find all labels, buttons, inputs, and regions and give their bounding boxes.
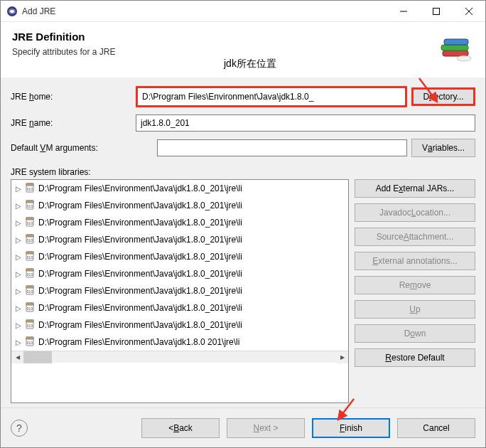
- header-subtitle: Specify attributes for a JRE: [12, 47, 474, 57]
- tree-item-path: D:\Program Files\Environment\Java\jdk1.8…: [38, 337, 239, 347]
- scroll-right-arrow[interactable]: ▶: [336, 351, 348, 363]
- scroll-track[interactable]: [23, 351, 336, 363]
- down-button[interactable]: Down: [355, 324, 475, 343]
- svg-text:010: 010: [27, 255, 33, 260]
- javadoc-location-button[interactable]: Javadoc Location...: [355, 203, 475, 222]
- horizontal-scrollbar[interactable]: ◀ ▶: [11, 351, 348, 363]
- jar-icon: 010: [24, 233, 36, 247]
- tree-item[interactable]: ▷010D:\Program Files\Environment\Java\jd…: [11, 282, 348, 299]
- directory-button[interactable]: Directory...: [411, 87, 475, 106]
- tree-item-path: D:\Program Files\Environment\Java\jdk1.8…: [38, 269, 242, 279]
- close-button[interactable]: [453, 1, 485, 22]
- svg-point-10: [457, 55, 471, 61]
- tree-item[interactable]: ▷010D:\Program Files\Environment\Java\jd…: [11, 316, 348, 334]
- libraries-tree[interactable]: ▷010D:\Program Files\Environment\Java\jd…: [11, 179, 349, 403]
- svg-text:010: 010: [27, 341, 33, 345]
- tree-item[interactable]: ▷010D:\Program Files\Environment\Java\jd…: [11, 265, 348, 282]
- svg-rect-27: [26, 269, 33, 271]
- minimize-button[interactable]: [387, 1, 420, 22]
- svg-rect-15: [26, 201, 33, 203]
- expand-icon[interactable]: ▷: [14, 236, 23, 244]
- library-buttons: Add External JARs... Javadoc Location...…: [355, 179, 475, 403]
- expand-icon[interactable]: ▷: [14, 338, 23, 346]
- tree-item[interactable]: ▷010D:\Program Files\Environment\Java\jd…: [11, 231, 348, 248]
- svg-text:010: 010: [27, 289, 33, 294]
- up-button[interactable]: Up: [355, 300, 475, 319]
- tree-item[interactable]: ▷010D:\Program Files\Environment\Java\jd…: [11, 214, 348, 231]
- tree-item-path: D:\Program Files\Environment\Java\jdk1.8…: [38, 252, 242, 262]
- vm-args-row: Default VM arguments: Variables...: [11, 139, 475, 157]
- scroll-left-arrow[interactable]: ◀: [11, 351, 23, 363]
- tree-item[interactable]: ▷010D:\Program Files\Environment\Java\jd…: [11, 197, 348, 214]
- next-button[interactable]: Next >: [227, 418, 305, 438]
- jre-home-input[interactable]: [136, 86, 407, 107]
- scroll-thumb[interactable]: [23, 351, 52, 363]
- dialog-content: JRE home: Directory... JRE name: Default…: [1, 78, 485, 407]
- jre-name-input[interactable]: [136, 114, 475, 132]
- jar-icon: 010: [24, 216, 36, 230]
- back-button[interactable]: < Back: [141, 418, 220, 438]
- dialog-header: JRE Definition Specify attributes for a …: [1, 22, 485, 78]
- tree-item[interactable]: ▷010D:\Program Files\Environment\Java\jd…: [11, 334, 348, 351]
- svg-point-2: [10, 10, 14, 13]
- svg-text:010: 010: [27, 204, 33, 208]
- svg-text:010: 010: [27, 272, 33, 277]
- svg-text:010: 010: [27, 238, 33, 242]
- tree-item-path: D:\Program Files\Environment\Java\jdk1.8…: [38, 218, 242, 228]
- vm-args-label: Default VM arguments:: [11, 143, 153, 153]
- remove-button[interactable]: Remove: [355, 276, 475, 294]
- variables-button[interactable]: Variables...: [411, 139, 475, 157]
- tree-item-path: D:\Program Files\Environment\Java\jdk1.8…: [38, 235, 242, 245]
- expand-icon[interactable]: ▷: [14, 202, 23, 210]
- svg-rect-39: [26, 337, 33, 339]
- header-title: JRE Definition: [12, 31, 474, 43]
- restore-default-button[interactable]: Restore Default: [355, 348, 475, 367]
- jre-name-label: JRE name:: [11, 118, 131, 128]
- jre-home-row: JRE home: Directory...: [11, 86, 475, 107]
- jre-name-row: JRE name:: [11, 114, 475, 132]
- svg-rect-18: [26, 218, 33, 220]
- books-icon: [437, 31, 474, 70]
- expand-icon[interactable]: ▷: [14, 185, 23, 193]
- tree-item[interactable]: ▷010D:\Program Files\Environment\Java\jd…: [11, 180, 348, 197]
- jar-icon: 010: [24, 302, 36, 315]
- annotation-text: jdk所在位置: [224, 58, 276, 70]
- tree-item-path: D:\Program Files\Environment\Java\jdk1.8…: [38, 201, 242, 210]
- finish-button[interactable]: Finish: [312, 418, 390, 438]
- source-attachment-button[interactable]: Source Attachment...: [355, 228, 475, 246]
- tree-item[interactable]: ▷010D:\Program Files\Environment\Java\jd…: [11, 299, 348, 316]
- svg-rect-9: [444, 39, 468, 45]
- svg-rect-33: [26, 303, 33, 305]
- expand-icon[interactable]: ▷: [14, 287, 23, 295]
- tree-item-path: D:\Program Files\Environment\Java\jdk1.8…: [38, 303, 242, 313]
- window-title: Add JRE: [22, 6, 387, 16]
- tree-item-path: D:\Program Files\Environment\Java\jdk1.8…: [38, 183, 242, 193]
- svg-rect-24: [26, 252, 33, 254]
- svg-rect-4: [433, 8, 440, 14]
- add-jre-dialog: Add JRE JRE Definition Specify attribute…: [0, 0, 486, 448]
- cancel-button[interactable]: Cancel: [397, 418, 475, 438]
- external-annotations-button[interactable]: External annotations...: [355, 252, 475, 270]
- expand-icon[interactable]: ▷: [14, 253, 23, 261]
- svg-text:010: 010: [27, 187, 33, 191]
- maximize-button[interactable]: [420, 1, 453, 22]
- expand-icon[interactable]: ▷: [14, 219, 23, 227]
- vm-args-input[interactable]: [157, 139, 407, 156]
- tree-item-path: D:\Program Files\Environment\Java\jdk1.8…: [38, 286, 242, 296]
- svg-text:010: 010: [27, 221, 33, 225]
- svg-text:010: 010: [27, 306, 33, 311]
- tree-item[interactable]: ▷010D:\Program Files\Environment\Java\jd…: [11, 248, 348, 265]
- help-icon[interactable]: ?: [11, 420, 28, 437]
- eclipse-icon: [6, 6, 18, 17]
- add-external-jars-button[interactable]: Add External JARs...: [355, 179, 475, 198]
- expand-icon[interactable]: ▷: [14, 304, 23, 312]
- jar-icon: 010: [24, 336, 36, 349]
- svg-rect-30: [26, 286, 33, 288]
- expand-icon[interactable]: ▷: [14, 270, 23, 278]
- jar-icon: 010: [24, 199, 36, 213]
- title-bar: Add JRE: [1, 1, 485, 22]
- tree-item-path: D:\Program Files\Environment\Java\jdk1.8…: [38, 320, 242, 330]
- svg-rect-36: [26, 320, 33, 322]
- svg-text:010: 010: [27, 324, 33, 328]
- expand-icon[interactable]: ▷: [14, 321, 23, 329]
